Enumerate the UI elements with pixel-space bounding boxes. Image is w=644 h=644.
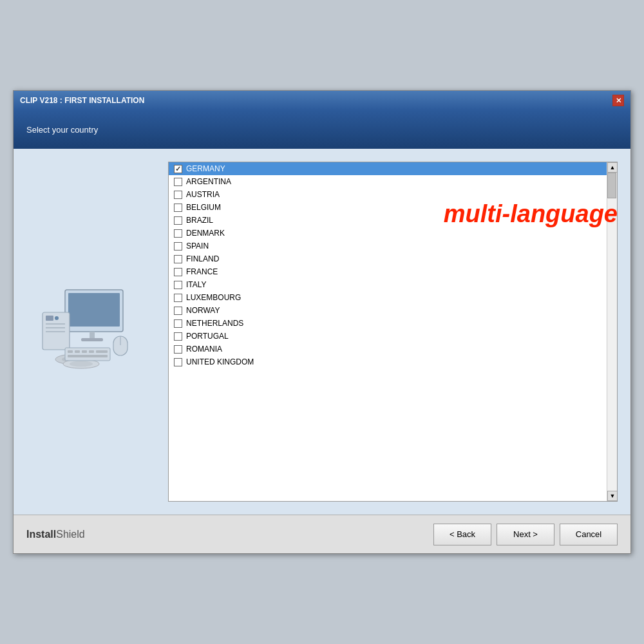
svg-point-6 — [55, 316, 59, 320]
svg-rect-8 — [46, 327, 65, 328]
country-item[interactable]: SPAIN — [169, 240, 607, 252]
installshield-brand: InstallShield — [26, 529, 85, 540]
country-name: UNITED KINGDOM — [186, 357, 254, 366]
footer: InstallShield < Back Next > Cancel — [14, 515, 630, 553]
svg-rect-5 — [46, 316, 53, 321]
scroll-thumb[interactable] — [607, 173, 616, 198]
country-name: BELGIUM — [186, 203, 221, 212]
computer-illustration — [39, 283, 142, 380]
svg-point-14 — [70, 361, 93, 367]
country-item[interactable]: NORWAY — [169, 304, 607, 317]
country-item[interactable]: DENMARK — [169, 227, 607, 240]
svg-rect-23 — [68, 355, 108, 357]
scroll-down-button[interactable]: ▼ — [607, 491, 618, 501]
svg-rect-7 — [46, 323, 65, 325]
svg-rect-3 — [81, 338, 103, 341]
country-item[interactable]: ARGENTINA — [169, 175, 607, 188]
svg-rect-18 — [68, 350, 73, 353]
next-button[interactable]: Next > — [497, 524, 554, 545]
svg-rect-1 — [68, 293, 120, 327]
titlebar: CLIP V218 : FIRST INSTALLATION ✕ — [14, 91, 630, 110]
country-checkbox — [174, 307, 182, 315]
country-checkbox — [174, 281, 182, 289]
country-checkbox — [174, 216, 182, 225]
country-item[interactable]: GERMANY — [169, 162, 607, 175]
country-item[interactable]: FRANCE — [169, 265, 607, 278]
country-checkbox — [174, 165, 182, 173]
country-checkbox — [174, 191, 182, 199]
header-label: Select your country — [26, 125, 98, 135]
country-item[interactable]: ROMANIA — [169, 343, 607, 355]
scrollbar[interactable]: ▲ ▼ — [607, 162, 617, 501]
brand-install: Install — [26, 529, 56, 540]
svg-rect-17 — [65, 348, 110, 361]
country-name: GERMANY — [186, 164, 225, 173]
country-name: FRANCE — [186, 267, 218, 276]
country-name: ROMANIA — [186, 345, 222, 354]
country-name: NETHERLANDS — [186, 319, 243, 328]
country-item[interactable]: UNITED KINGDOM — [169, 355, 607, 368]
country-name: ARGENTINA — [186, 177, 231, 186]
country-item[interactable]: LUXEMBOURG — [169, 291, 607, 304]
country-checkbox — [174, 294, 182, 302]
country-name: PORTUGAL — [186, 332, 229, 341]
country-checkbox — [174, 268, 182, 276]
footer-buttons: < Back Next > Cancel — [433, 524, 618, 545]
right-panel: GERMANYARGENTINAAUSTRIABELGIUMBRAZILDENM… — [168, 162, 618, 502]
scroll-track — [607, 173, 617, 491]
svg-rect-22 — [96, 350, 108, 353]
country-item[interactable]: BRAZIL — [169, 214, 607, 227]
computer-svg — [39, 283, 142, 380]
country-item[interactable]: NETHERLANDS — [169, 317, 607, 330]
window-title: CLIP V218 : FIRST INSTALLATION — [20, 96, 144, 105]
country-checkbox — [174, 255, 182, 263]
close-button[interactable]: ✕ — [612, 95, 624, 106]
country-item[interactable]: BELGIUM — [169, 201, 607, 214]
country-checkbox — [174, 332, 182, 341]
back-button[interactable]: < Back — [433, 524, 491, 545]
country-name: AUSTRIA — [186, 190, 220, 199]
country-checkbox — [174, 242, 182, 251]
cancel-button[interactable]: Cancel — [560, 524, 618, 545]
main-window: CLIP V218 : FIRST INSTALLATION ✕ Select … — [13, 90, 631, 554]
header-banner: Select your country — [14, 110, 630, 149]
country-item[interactable]: FINLAND — [169, 252, 607, 265]
svg-rect-20 — [82, 350, 87, 353]
content-area: GERMANYARGENTINAAUSTRIABELGIUMBRAZILDENM… — [14, 149, 630, 515]
country-name: BRAZIL — [186, 216, 213, 225]
country-checkbox — [174, 178, 182, 186]
country-name: LUXEMBOURG — [186, 293, 241, 302]
country-name: DENMARK — [186, 229, 225, 238]
country-checkbox — [174, 319, 182, 328]
svg-rect-19 — [75, 350, 80, 353]
country-item[interactable]: AUSTRIA — [169, 188, 607, 201]
svg-rect-21 — [89, 350, 94, 353]
scroll-up-button[interactable]: ▲ — [607, 162, 618, 173]
country-checkbox — [174, 204, 182, 212]
country-name: FINLAND — [186, 254, 219, 263]
country-name: ITALY — [186, 280, 207, 289]
country-name: NORWAY — [186, 306, 220, 315]
country-checkbox — [174, 229, 182, 238]
country-checkbox — [174, 358, 182, 366]
svg-rect-9 — [46, 331, 65, 332]
country-checkbox — [174, 345, 182, 354]
country-list[interactable]: GERMANYARGENTINAAUSTRIABELGIUMBRAZILDENM… — [169, 162, 607, 501]
country-item[interactable]: ITALY — [169, 278, 607, 291]
country-list-container: GERMANYARGENTINAAUSTRIABELGIUMBRAZILDENM… — [168, 162, 618, 502]
country-name: SPAIN — [186, 242, 209, 251]
left-panel — [26, 162, 155, 502]
country-item[interactable]: PORTUGAL — [169, 330, 607, 343]
brand-shield: Shield — [56, 529, 84, 540]
